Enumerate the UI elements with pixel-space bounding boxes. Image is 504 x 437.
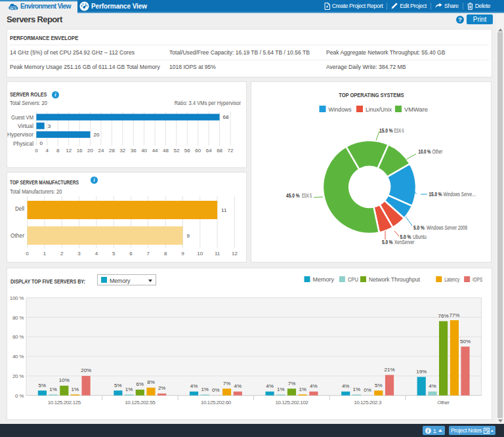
svg-text:19%: 19%	[416, 369, 427, 375]
svg-text:0%: 0%	[212, 387, 220, 393]
svg-text:68: 68	[223, 114, 229, 120]
svg-text:24: 24	[98, 148, 104, 154]
svg-text:12: 12	[232, 251, 238, 257]
svg-text:72: 72	[228, 148, 234, 154]
svg-text:20%: 20%	[81, 367, 91, 373]
svg-text:7%: 7%	[223, 381, 231, 386]
svg-text:4%: 4%	[429, 383, 436, 389]
svg-text:11: 11	[215, 251, 220, 257]
svg-text:3: 3	[48, 123, 51, 129]
svg-text:15.0 %: 15.0 %	[429, 191, 442, 198]
svg-text:4%: 4%	[234, 383, 242, 389]
svg-text:Hypervisor: Hypervisor	[7, 131, 33, 138]
svg-text:45.0 %: 45.0 %	[286, 192, 300, 199]
svg-text:60: 60	[195, 148, 201, 154]
svg-text:1%: 1%	[72, 386, 79, 392]
svg-text:11: 11	[221, 207, 227, 213]
svg-text:5.0 %: 5.0 %	[413, 224, 425, 231]
svg-text:60 %: 60 %	[12, 334, 24, 340]
svg-text:4%: 4%	[190, 383, 198, 389]
svg-text:76%: 76%	[438, 313, 449, 319]
svg-text:ESXi 6: ESXi 6	[394, 127, 404, 134]
svg-text:10.125.202.55: 10.125.202.55	[125, 400, 156, 406]
svg-text:40: 40	[141, 148, 147, 154]
svg-text:52: 52	[173, 148, 179, 154]
svg-text:48: 48	[163, 148, 169, 154]
svg-text:77%: 77%	[449, 312, 459, 318]
svg-text:CPU: CPU	[348, 276, 358, 283]
svg-text:10: 10	[197, 251, 203, 257]
svg-text:80 %: 80 %	[12, 315, 24, 321]
svg-text:Linux/Unix: Linux/Unix	[366, 106, 392, 113]
svg-text:9: 9	[187, 233, 190, 239]
svg-text:10.125.202.60: 10.125.202.60	[201, 400, 232, 406]
svg-text:4: 4	[95, 251, 98, 257]
svg-text:32: 32	[119, 148, 125, 154]
svg-text:1%: 1%	[353, 386, 361, 392]
svg-text:Network Throughput: Network Throughput	[369, 276, 420, 283]
svg-text:7: 7	[147, 251, 150, 257]
svg-text:5%: 5%	[375, 383, 383, 388]
svg-text:Physical: Physical	[13, 140, 33, 147]
svg-text:20: 20	[94, 132, 100, 138]
svg-text:6%: 6%	[136, 381, 144, 387]
svg-text:5%: 5%	[114, 383, 122, 388]
svg-text:2%: 2%	[158, 385, 166, 391]
svg-text:5%: 5%	[39, 383, 47, 388]
svg-text:Other: Other	[432, 148, 443, 155]
svg-text:Windows Server 2008: Windows Server 2008	[427, 224, 467, 231]
svg-text:2: 2	[60, 251, 64, 257]
svg-text:0: 0	[26, 251, 29, 257]
svg-text:0%: 0%	[364, 387, 371, 393]
svg-text:XenServer: XenServer	[394, 239, 415, 245]
svg-text:9: 9	[181, 251, 184, 257]
svg-text:40 %: 40 %	[12, 354, 24, 360]
svg-text:5: 5	[112, 251, 116, 257]
svg-text:10%: 10%	[59, 377, 70, 383]
svg-text:3: 3	[77, 251, 81, 257]
svg-text:0: 0	[35, 148, 38, 154]
svg-text:0 %: 0 %	[15, 393, 24, 399]
svg-text:44: 44	[152, 148, 158, 154]
svg-text:1%: 1%	[299, 386, 306, 392]
svg-text:Virtual: Virtual	[18, 123, 33, 129]
svg-text:1%: 1%	[277, 386, 285, 392]
svg-text:Other: Other	[438, 400, 450, 406]
svg-text:Latency: Latency	[444, 276, 459, 283]
svg-text:8: 8	[56, 148, 60, 154]
svg-text:10.125.202.102: 10.125.202.102	[275, 400, 308, 406]
svg-text:20: 20	[87, 148, 93, 154]
svg-text:100 %: 100 %	[10, 295, 24, 301]
svg-text:Memory: Memory	[313, 276, 335, 283]
svg-text:1%: 1%	[49, 386, 57, 392]
svg-text:IOPS: IOPS	[472, 276, 482, 283]
svg-text:20 %: 20 %	[12, 373, 24, 379]
svg-text:8%: 8%	[147, 379, 155, 385]
svg-text:21%: 21%	[384, 367, 394, 373]
svg-text:56: 56	[184, 148, 190, 154]
svg-text:4%: 4%	[266, 383, 274, 389]
svg-text:Windows: Windows	[329, 106, 352, 113]
svg-text:1%: 1%	[201, 386, 209, 392]
svg-text:12: 12	[66, 148, 72, 154]
svg-text:8: 8	[164, 251, 167, 257]
svg-text:10.125.202.125: 10.125.202.125	[48, 400, 81, 406]
svg-text:4%: 4%	[342, 383, 350, 389]
svg-text:4: 4	[46, 148, 49, 154]
svg-text:Windows Serve…: Windows Serve…	[444, 191, 476, 198]
svg-text:6: 6	[129, 251, 133, 257]
svg-text:15.0 %: 15.0 %	[379, 127, 393, 134]
svg-text:Guest VM: Guest VM	[11, 114, 33, 121]
svg-text:Ubuntu: Ubuntu	[413, 234, 427, 240]
svg-text:VMWare: VMWare	[404, 106, 428, 113]
svg-text:1: 1	[43, 251, 47, 257]
svg-text:Other: Other	[10, 232, 24, 239]
svg-text:64: 64	[206, 148, 212, 154]
svg-text:68: 68	[217, 148, 222, 154]
svg-text:50%: 50%	[460, 339, 471, 344]
svg-text:10.125.202.3: 10.125.202.3	[354, 400, 382, 406]
svg-text:28: 28	[109, 148, 115, 154]
svg-text:7%: 7%	[288, 381, 296, 386]
svg-text:16: 16	[77, 148, 83, 154]
svg-text:0: 0	[39, 140, 43, 146]
